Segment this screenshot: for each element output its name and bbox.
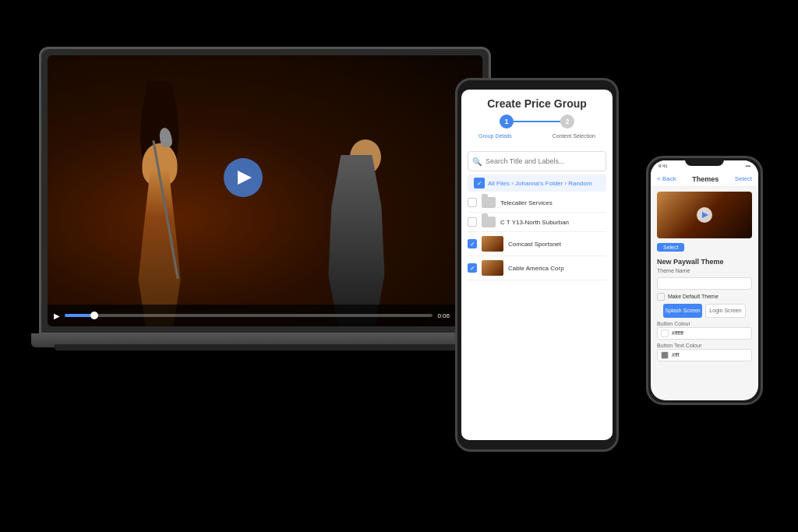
singer-silhouette [113, 108, 207, 326]
tablet-screen: Create Price Group 1 2 Group Details Con… [461, 90, 613, 440]
button-color-value: #ffffff [672, 330, 683, 336]
laptop-screen-outer: ▶ 0:06 🔊 ⛶ [39, 47, 491, 335]
phone-theme-name-input[interactable] [657, 277, 752, 290]
phone-button-color-input[interactable]: #ffffff [657, 327, 752, 340]
time-display: 0:06 [437, 312, 450, 319]
phone-button-text-color-label: Button Text Colour [657, 343, 752, 348]
phone: 9:41 ▪▪▪ < Back Themes Select Select New… [646, 156, 763, 405]
tablet-title: Create Price Group [471, 97, 603, 110]
guitarist-body [325, 155, 387, 326]
phone-notch [685, 158, 724, 166]
singer-body [136, 171, 183, 326]
breadcrumb: ✓ All Files › Johanna's Folder › Random [468, 174, 606, 192]
phone-button-color-label: Button Colour [657, 321, 752, 326]
phone-tab-row: Splash Screen Login Screen [663, 304, 746, 318]
phone-screen: 9:41 ▪▪▪ < Back Themes Select Select New… [651, 160, 758, 400]
play-button[interactable] [224, 158, 263, 197]
laptop-base-bottom [55, 344, 475, 351]
scene: ▶ 0:06 🔊 ⛶ Create Price [0, 0, 798, 532]
file-name-1: Telecaller Services [500, 199, 606, 206]
tablet-search-container: 🔍 [468, 151, 606, 171]
laptop: ▶ 0:06 🔊 ⛶ [39, 47, 491, 374]
phone-default-checkbox[interactable] [657, 293, 665, 301]
folder-icon [482, 197, 496, 208]
laptop-screen-inner: ▶ 0:06 🔊 ⛶ [48, 55, 482, 326]
phone-back-button[interactable]: < Back [657, 175, 676, 182]
phone-select-button[interactable]: Select [735, 175, 752, 182]
file-name-4: Cable America Corp [508, 265, 606, 272]
step-1-circle: 1 [500, 115, 514, 129]
phone-time: 9:41 [659, 164, 668, 168]
folder-icon [482, 217, 496, 227]
file-checkbox-3[interactable] [468, 239, 477, 248]
file-checkbox-1[interactable] [468, 198, 477, 207]
tablet: Create Price Group 1 2 Group Details Con… [455, 78, 619, 452]
phone-video-thumbnail[interactable] [657, 192, 752, 238]
phone-button-text-color-input[interactable]: #fff [657, 349, 752, 361]
phone-button-color-group: Button Colour #ffffff [657, 321, 752, 340]
phone-play-triangle-icon [702, 212, 708, 218]
phone-play-button[interactable] [697, 207, 712, 223]
phone-select-button[interactable]: Select [657, 243, 684, 252]
phone-tab-login[interactable]: Login Screen [705, 304, 746, 318]
file-name-3: Comcast Sportsnet [508, 241, 606, 248]
phone-signal-icon: ▪▪▪ [746, 164, 750, 168]
step-2-circle: 2 [560, 115, 574, 129]
phone-nav-bar: < Back Themes Select [651, 171, 758, 187]
file-list: Telecaller Services C T Y13-North Suburb… [461, 193, 613, 280]
phone-nav-title: Themes [692, 175, 719, 183]
button-color-swatch [661, 329, 669, 337]
breadcrumb-check-icon: ✓ [474, 178, 485, 188]
video-thumbnail-2 [482, 260, 503, 276]
phone-theme-section: New Paywall Theme Theme Name Make Defaul… [651, 255, 758, 368]
list-item: C T Y13-North Suburban [468, 213, 606, 232]
guitarist-silhouette [317, 147, 395, 326]
phone-theme-name-label: Theme Name [657, 268, 752, 273]
file-checkbox-2[interactable] [468, 217, 477, 227]
progress-dot [90, 312, 98, 319]
button-text-color-value: #fff [672, 352, 679, 358]
video-thumbnail-1 [482, 236, 503, 252]
video-controls-bar: ▶ 0:06 🔊 ⛶ [48, 305, 482, 326]
button-text-color-swatch [661, 351, 669, 359]
phone-section-title: New Paywall Theme [657, 258, 752, 266]
play-triangle-icon [238, 171, 252, 185]
tablet-steps: 1 2 [471, 115, 603, 129]
tablet-header: Create Price Group 1 2 Group Details Con… [461, 90, 613, 148]
step-2-label: Content Selection [553, 133, 595, 139]
phone-button-text-color-group: Button Text Colour #fff [657, 343, 752, 361]
play-pause-button[interactable]: ▶ [54, 312, 60, 320]
search-input[interactable] [468, 151, 606, 171]
phone-default-label: Make Default Theme [668, 294, 719, 299]
list-item: Telecaller Services [468, 193, 606, 213]
list-item: Cable America Corp [468, 256, 606, 280]
file-checkbox-4[interactable] [468, 263, 477, 273]
phone-default-checkbox-row: Make Default Theme [657, 293, 752, 301]
step-labels: Group Details Content Selection [471, 133, 603, 139]
phone-theme-name-group: Theme Name [657, 268, 752, 290]
progress-bar[interactable] [65, 314, 433, 317]
search-icon: 🔍 [472, 157, 482, 166]
step-line [514, 121, 560, 122]
video-player[interactable]: ▶ 0:06 🔊 ⛶ [48, 55, 482, 326]
phone-tab-splash[interactable]: Splash Screen [663, 304, 702, 318]
list-item: Comcast Sportsnet [468, 232, 606, 256]
step-1-label: Group Details [478, 133, 512, 139]
file-name-2: C T Y13-North Suburban [500, 219, 606, 226]
breadcrumb-text: All Files › Johanna's Folder › Random [488, 180, 592, 187]
